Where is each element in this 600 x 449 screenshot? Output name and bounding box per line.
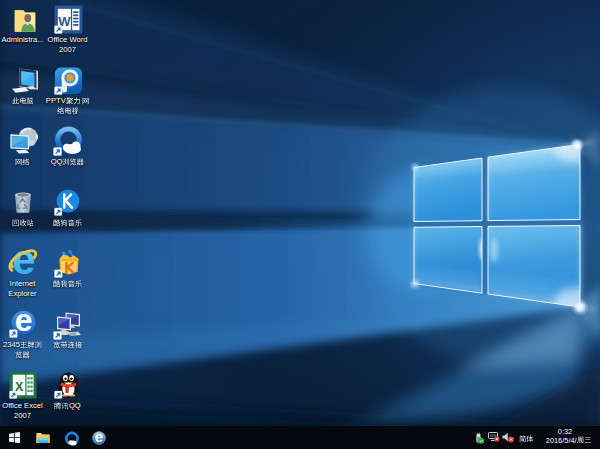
svg-text:e: e [95, 431, 103, 445]
